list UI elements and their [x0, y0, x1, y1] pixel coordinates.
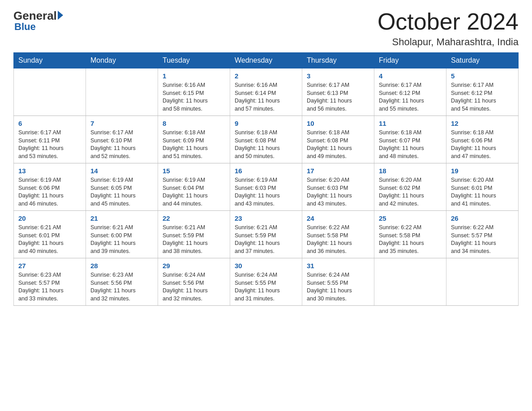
day-info: Sunrise: 6:18 AMSunset: 6:08 PMDaylight:… [235, 129, 297, 160]
day-info: Sunrise: 6:16 AMSunset: 6:15 PMDaylight:… [163, 81, 225, 113]
table-row: 20Sunrise: 6:21 AMSunset: 6:01 PMDayligh… [14, 211, 86, 258]
table-row: 18Sunrise: 6:20 AMSunset: 6:02 PMDayligh… [374, 163, 446, 211]
day-info: Sunrise: 6:24 AMSunset: 5:55 PMDaylight:… [307, 271, 369, 303]
page-header: General Blue October 2024 Sholapur, Maha… [13, 9, 519, 48]
day-info: Sunrise: 6:23 AMSunset: 5:57 PMDaylight:… [18, 271, 81, 303]
day-info: Sunrise: 6:17 AMSunset: 6:12 PMDaylight:… [451, 81, 514, 113]
table-row [374, 258, 446, 306]
table-row: 9Sunrise: 6:18 AMSunset: 6:08 PMDaylight… [230, 116, 302, 163]
calendar-week-row: 20Sunrise: 6:21 AMSunset: 6:01 PMDayligh… [14, 211, 519, 258]
table-row: 26Sunrise: 6:22 AMSunset: 5:57 PMDayligh… [446, 211, 519, 258]
header-saturday: Saturday [446, 53, 519, 68]
day-info: Sunrise: 6:17 AMSunset: 6:12 PMDaylight:… [379, 81, 442, 113]
header-tuesday: Tuesday [158, 53, 230, 68]
calendar-week-row: 6Sunrise: 6:17 AMSunset: 6:11 PMDaylight… [14, 116, 519, 163]
day-info: Sunrise: 6:19 AMSunset: 6:05 PMDaylight:… [90, 176, 153, 208]
table-row: 28Sunrise: 6:23 AMSunset: 5:56 PMDayligh… [86, 258, 158, 306]
day-info: Sunrise: 6:18 AMSunset: 6:06 PMDaylight:… [451, 129, 514, 160]
day-number: 24 [307, 214, 369, 223]
day-info: Sunrise: 6:19 AMSunset: 6:04 PMDaylight:… [163, 176, 225, 208]
day-info: Sunrise: 6:23 AMSunset: 5:56 PMDaylight:… [90, 271, 153, 303]
day-number: 20 [18, 214, 81, 223]
day-info: Sunrise: 6:22 AMSunset: 5:57 PMDaylight:… [451, 224, 514, 255]
month-title: October 2024 [378, 9, 519, 34]
day-info: Sunrise: 6:17 AMSunset: 6:13 PMDaylight:… [307, 81, 369, 113]
day-number: 25 [379, 214, 442, 223]
day-info: Sunrise: 6:24 AMSunset: 5:56 PMDaylight:… [163, 271, 225, 303]
table-row [14, 68, 86, 116]
table-row: 25Sunrise: 6:22 AMSunset: 5:58 PMDayligh… [374, 211, 446, 258]
table-row: 24Sunrise: 6:22 AMSunset: 5:58 PMDayligh… [302, 211, 374, 258]
day-number: 23 [235, 214, 297, 223]
header-friday: Friday [374, 53, 446, 68]
day-number: 1 [163, 71, 225, 81]
day-info: Sunrise: 6:17 AMSunset: 6:10 PMDaylight:… [90, 129, 153, 160]
header-sunday: Sunday [14, 53, 86, 68]
table-row: 10Sunrise: 6:18 AMSunset: 6:08 PMDayligh… [302, 116, 374, 163]
day-info: Sunrise: 6:19 AMSunset: 6:06 PMDaylight:… [18, 176, 81, 208]
calendar-header-row: Sunday Monday Tuesday Wednesday Thursday… [14, 53, 519, 68]
day-info: Sunrise: 6:21 AMSunset: 5:59 PMDaylight:… [235, 224, 297, 255]
calendar-week-row: 1Sunrise: 6:16 AMSunset: 6:15 PMDaylight… [14, 68, 519, 116]
table-row: 8Sunrise: 6:18 AMSunset: 6:09 PMDaylight… [158, 116, 230, 163]
day-number: 30 [235, 261, 297, 270]
day-info: Sunrise: 6:19 AMSunset: 6:03 PMDaylight:… [235, 176, 297, 208]
table-row [446, 258, 519, 306]
header-wednesday: Wednesday [230, 53, 302, 68]
day-number: 10 [307, 119, 369, 128]
table-row: 23Sunrise: 6:21 AMSunset: 5:59 PMDayligh… [230, 211, 302, 258]
table-row [86, 68, 158, 116]
day-number: 27 [18, 261, 81, 270]
table-row: 30Sunrise: 6:24 AMSunset: 5:55 PMDayligh… [230, 258, 302, 306]
day-info: Sunrise: 6:17 AMSunset: 6:11 PMDaylight:… [18, 129, 81, 160]
day-number: 22 [163, 214, 225, 223]
header-thursday: Thursday [302, 53, 374, 68]
day-number: 13 [18, 166, 81, 176]
day-info: Sunrise: 6:21 AMSunset: 6:01 PMDaylight:… [18, 224, 81, 255]
day-info: Sunrise: 6:21 AMSunset: 5:59 PMDaylight:… [163, 224, 225, 255]
day-number: 15 [163, 166, 225, 176]
logo-arrow-icon [58, 11, 63, 20]
table-row: 1Sunrise: 6:16 AMSunset: 6:15 PMDaylight… [158, 68, 230, 116]
day-number: 16 [235, 166, 297, 176]
table-row: 31Sunrise: 6:24 AMSunset: 5:55 PMDayligh… [302, 258, 374, 306]
logo-blue-text: Blue [14, 21, 36, 33]
day-number: 17 [307, 166, 369, 176]
title-area: October 2024 Sholapur, Maharashtra, Indi… [378, 9, 519, 48]
table-row: 21Sunrise: 6:21 AMSunset: 6:00 PMDayligh… [86, 211, 158, 258]
day-number: 31 [307, 261, 369, 270]
table-row: 7Sunrise: 6:17 AMSunset: 6:10 PMDaylight… [86, 116, 158, 163]
table-row: 3Sunrise: 6:17 AMSunset: 6:13 PMDaylight… [302, 68, 374, 116]
day-info: Sunrise: 6:18 AMSunset: 6:08 PMDaylight:… [307, 129, 369, 160]
day-number: 29 [163, 261, 225, 270]
table-row: 17Sunrise: 6:20 AMSunset: 6:03 PMDayligh… [302, 163, 374, 211]
day-number: 8 [163, 119, 225, 128]
table-row: 22Sunrise: 6:21 AMSunset: 5:59 PMDayligh… [158, 211, 230, 258]
day-number: 6 [18, 119, 81, 128]
day-number: 21 [90, 214, 153, 223]
day-number: 12 [451, 119, 514, 128]
table-row: 5Sunrise: 6:17 AMSunset: 6:12 PMDaylight… [446, 68, 519, 116]
logo: General Blue [13, 9, 63, 33]
table-row: 4Sunrise: 6:17 AMSunset: 6:12 PMDaylight… [374, 68, 446, 116]
table-row: 29Sunrise: 6:24 AMSunset: 5:56 PMDayligh… [158, 258, 230, 306]
day-info: Sunrise: 6:16 AMSunset: 6:14 PMDaylight:… [235, 81, 297, 113]
header-monday: Monday [86, 53, 158, 68]
day-number: 2 [235, 71, 297, 81]
day-info: Sunrise: 6:18 AMSunset: 6:09 PMDaylight:… [163, 129, 225, 160]
day-number: 14 [90, 166, 153, 176]
day-number: 19 [451, 166, 514, 176]
table-row: 15Sunrise: 6:19 AMSunset: 6:04 PMDayligh… [158, 163, 230, 211]
table-row: 2Sunrise: 6:16 AMSunset: 6:14 PMDaylight… [230, 68, 302, 116]
day-info: Sunrise: 6:21 AMSunset: 6:00 PMDaylight:… [90, 224, 153, 255]
calendar-week-row: 27Sunrise: 6:23 AMSunset: 5:57 PMDayligh… [14, 258, 519, 306]
table-row: 19Sunrise: 6:20 AMSunset: 6:01 PMDayligh… [446, 163, 519, 211]
day-number: 18 [379, 166, 442, 176]
day-info: Sunrise: 6:20 AMSunset: 6:03 PMDaylight:… [307, 176, 369, 208]
calendar-table: Sunday Monday Tuesday Wednesday Thursday… [13, 52, 519, 306]
day-number: 28 [90, 261, 153, 270]
day-info: Sunrise: 6:20 AMSunset: 6:02 PMDaylight:… [379, 176, 442, 208]
day-info: Sunrise: 6:22 AMSunset: 5:58 PMDaylight:… [379, 224, 442, 255]
day-number: 26 [451, 214, 514, 223]
table-row: 6Sunrise: 6:17 AMSunset: 6:11 PMDaylight… [14, 116, 86, 163]
